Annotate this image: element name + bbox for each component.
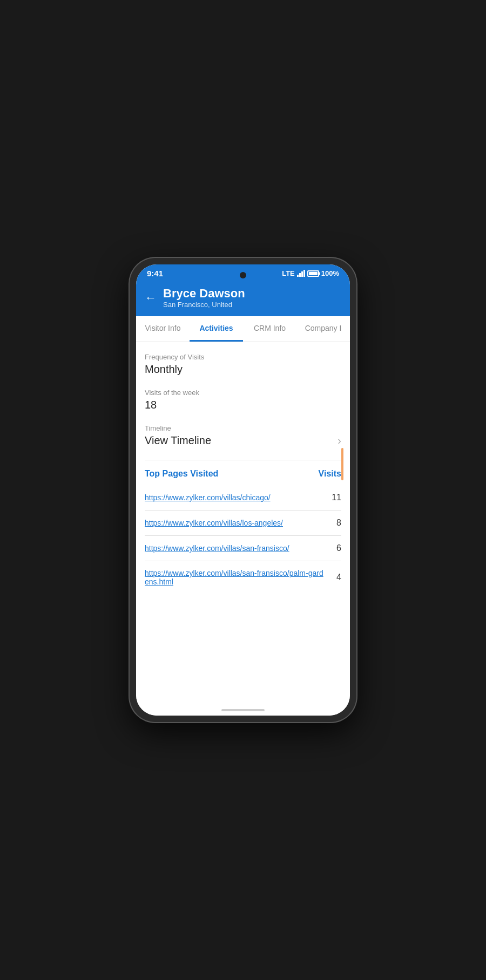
top-pages-header: Top Pages Visited Visits: [145, 469, 341, 479]
home-pill: [221, 709, 265, 711]
status-time: 9:41: [147, 269, 163, 278]
camera: [240, 272, 246, 278]
page-link[interactable]: https://www.zylker.com/villas/chicago/: [145, 493, 324, 502]
visitor-location: San Francisco, United: [163, 301, 245, 309]
page-row[interactable]: https://www.zylker.com/villas/chicago/ 1…: [145, 485, 341, 511]
scroll-indicator: [341, 448, 343, 480]
visits-week-value: 18: [145, 399, 341, 411]
frequency-label: Frequency of Visits: [145, 353, 341, 361]
lte-label: LTE: [282, 269, 295, 277]
phone-frame: 9:41 LTE 100% ← Bryce Dawson San F: [130, 258, 356, 722]
phone-screen: 9:41 LTE 100% ← Bryce Dawson San F: [136, 264, 350, 716]
tab-visitor-info[interactable]: Visitor Info: [136, 316, 190, 342]
visit-count: 4: [330, 573, 341, 582]
visits-week-section: Visits of the week 18: [145, 389, 341, 411]
timeline-row[interactable]: View Timeline ›: [145, 434, 341, 447]
page-row[interactable]: https://www.zylker.com/villas/san-fransi…: [145, 561, 341, 594]
page-link[interactable]: https://www.zylker.com/villas/san-fransi…: [145, 569, 324, 586]
top-pages-title: Top Pages Visited: [145, 469, 218, 479]
page-link[interactable]: https://www.zylker.com/villas/los-angele…: [145, 519, 324, 527]
app-header: ← Bryce Dawson San Francisco, United: [136, 281, 350, 316]
tabs-container: Visitor Info Activities CRM Info Company…: [136, 316, 350, 342]
timeline-value: View Timeline: [145, 434, 211, 447]
page-link[interactable]: https://www.zylker.com/villas/san-fransi…: [145, 544, 324, 553]
content-area: Frequency of Visits Monthly Visits of th…: [136, 342, 350, 705]
status-icons: LTE 100%: [282, 269, 339, 277]
battery-percent: 100%: [321, 269, 339, 277]
frequency-value: Monthly: [145, 363, 341, 376]
timeline-section: Timeline View Timeline ›: [145, 424, 341, 447]
divider: [145, 460, 341, 460]
visit-count: 6: [330, 543, 341, 553]
signal-bars: [297, 270, 305, 277]
tab-activities[interactable]: Activities: [190, 316, 243, 342]
chevron-right-icon: ›: [338, 434, 341, 447]
battery-icon: [307, 270, 319, 277]
back-button[interactable]: ←: [145, 291, 157, 305]
visits-week-label: Visits of the week: [145, 389, 341, 397]
page-row[interactable]: https://www.zylker.com/villas/san-fransi…: [145, 536, 341, 561]
header-title-block: Bryce Dawson San Francisco, United: [163, 287, 245, 309]
page-row[interactable]: https://www.zylker.com/villas/los-angele…: [145, 511, 341, 536]
tab-crm-info[interactable]: CRM Info: [243, 316, 296, 342]
frequency-section: Frequency of Visits Monthly: [145, 353, 341, 376]
visit-count: 8: [330, 518, 341, 528]
home-bar: [136, 705, 350, 716]
visitor-name: Bryce Dawson: [163, 287, 245, 301]
tab-company-info[interactable]: Company I: [296, 316, 350, 342]
timeline-label: Timeline: [145, 424, 341, 432]
visit-count: 11: [330, 493, 341, 502]
visits-column-header: Visits: [319, 469, 341, 479]
